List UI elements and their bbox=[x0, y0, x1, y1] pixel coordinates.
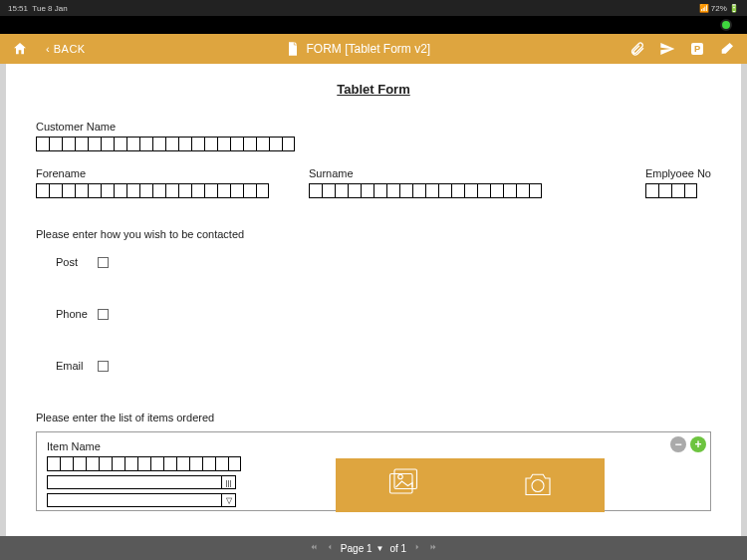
pager-prev-button[interactable] bbox=[325, 542, 335, 554]
toolbar-title: FORM [Tablet Form v2] bbox=[307, 42, 431, 56]
camera-button[interactable] bbox=[520, 466, 556, 504]
attachment-button[interactable] bbox=[629, 41, 645, 57]
gallery-icon bbox=[385, 466, 421, 502]
next-page-icon bbox=[412, 542, 422, 552]
back-button[interactable]: ‹ BACK bbox=[46, 43, 86, 55]
contact-post-row: Post bbox=[56, 256, 711, 268]
contact-prompt: Please enter how you wish to be contacte… bbox=[36, 228, 711, 240]
forename-input[interactable] bbox=[36, 183, 269, 198]
phone-label: Phone bbox=[56, 308, 98, 320]
gallery-button[interactable] bbox=[385, 466, 421, 504]
send-button[interactable] bbox=[659, 41, 675, 57]
post-label: Post bbox=[56, 256, 98, 268]
page-selector[interactable]: Page 1▼ bbox=[341, 543, 384, 554]
add-item-button[interactable]: + bbox=[690, 436, 706, 452]
form-title: Tablet Form bbox=[36, 82, 711, 97]
customer-name-label: Customer Name bbox=[36, 121, 711, 133]
camera-icon bbox=[520, 466, 556, 502]
pager-first-button[interactable] bbox=[309, 542, 319, 554]
contact-email-row: Email bbox=[56, 360, 711, 372]
item-name-label: Item Name bbox=[47, 440, 700, 452]
dropdown-icon[interactable]: ▽ bbox=[221, 494, 235, 506]
form-page: Tablet Form Customer Name Forename Surna… bbox=[6, 64, 741, 536]
svg-rect-2 bbox=[389, 474, 412, 494]
pager-total: of 1 bbox=[389, 543, 406, 554]
email-checkbox[interactable] bbox=[98, 361, 109, 372]
svg-point-5 bbox=[532, 480, 544, 492]
surname-label: Surname bbox=[309, 167, 542, 179]
paperclip-icon bbox=[629, 41, 645, 57]
svg-text:P: P bbox=[694, 44, 700, 54]
paper-plane-icon bbox=[659, 41, 675, 57]
items-prompt: Please enter the list of items ordered bbox=[36, 412, 711, 423]
items-container: − + Item Name ||| ▽ bbox=[36, 431, 711, 511]
prev-page-icon bbox=[325, 542, 335, 552]
forename-label: Forename bbox=[36, 167, 269, 179]
page-viewport: Tablet Form Customer Name Forename Surna… bbox=[0, 64, 747, 536]
surname-input[interactable] bbox=[309, 183, 542, 198]
email-label: Email bbox=[56, 360, 98, 372]
first-page-icon bbox=[309, 542, 319, 552]
pager-next-button[interactable] bbox=[412, 542, 422, 554]
item-field-1[interactable]: ||| bbox=[47, 475, 236, 489]
post-checkbox[interactable] bbox=[98, 257, 109, 268]
home-icon bbox=[12, 41, 28, 57]
employee-no-label: Emplyoee No bbox=[645, 167, 711, 179]
pager-last-button[interactable] bbox=[428, 542, 438, 554]
document-icon bbox=[285, 41, 301, 57]
p-badge-icon: P bbox=[689, 41, 705, 57]
main-toolbar: ‹ BACK FORM [Tablet Form v2] P bbox=[0, 34, 747, 64]
barcode-icon[interactable]: ||| bbox=[221, 476, 235, 488]
customer-name-input[interactable] bbox=[36, 137, 711, 151]
home-button[interactable] bbox=[12, 41, 28, 57]
park-button[interactable]: P bbox=[689, 41, 705, 57]
erase-button[interactable] bbox=[719, 41, 735, 57]
phone-checkbox[interactable] bbox=[98, 309, 109, 320]
svg-point-4 bbox=[397, 474, 402, 479]
employee-no-input[interactable] bbox=[645, 183, 711, 198]
recording-indicator-icon bbox=[720, 19, 732, 31]
eraser-icon bbox=[719, 41, 735, 57]
contact-phone-row: Phone bbox=[56, 308, 711, 320]
media-picker bbox=[336, 458, 605, 512]
last-page-icon bbox=[428, 542, 438, 552]
app-top-black-bar bbox=[0, 16, 747, 34]
chevron-down-icon: ▼ bbox=[376, 544, 384, 553]
item-field-2[interactable]: ▽ bbox=[47, 493, 236, 507]
device-status-bar: 15:51 Tue 8 Jan 📶 72% 🔋 bbox=[0, 0, 747, 16]
pager-bar: Page 1▼ of 1 bbox=[0, 536, 747, 560]
remove-item-button[interactable]: − bbox=[670, 436, 686, 452]
